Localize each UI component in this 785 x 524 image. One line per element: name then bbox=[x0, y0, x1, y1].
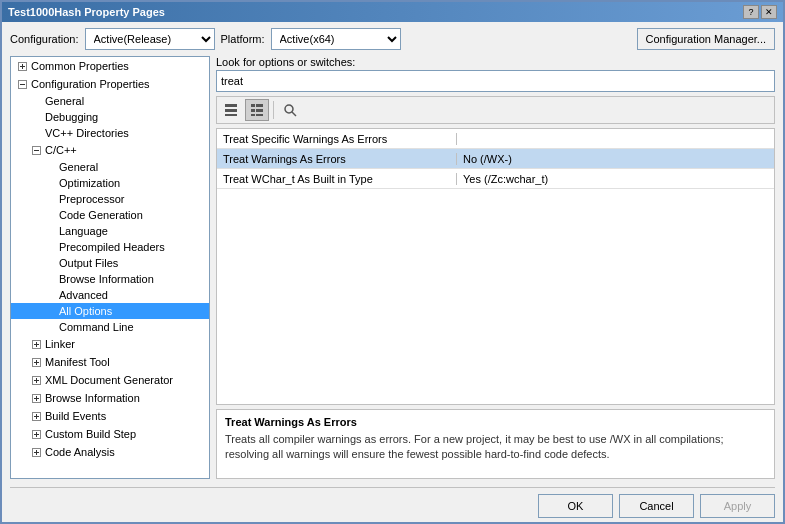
property-row[interactable]: Treat Warnings As ErrorsNo (/WX-) bbox=[217, 149, 774, 169]
property-pages-dialog: Test1000Hash Property Pages ? ✕ Configur… bbox=[0, 0, 785, 524]
tree-label-cpp-general: General bbox=[57, 161, 98, 173]
property-name: Treat Warnings As Errors bbox=[217, 153, 457, 165]
configuration-manager-button[interactable]: Configuration Manager... bbox=[637, 28, 775, 50]
svg-rect-34 bbox=[256, 109, 263, 112]
expand-icon-xml-doc[interactable] bbox=[29, 373, 43, 387]
svg-line-38 bbox=[292, 112, 296, 116]
tree-label-browse-info2: Browse Information bbox=[43, 392, 140, 404]
description-text: Treats all compiler warnings as errors. … bbox=[225, 432, 766, 463]
close-button[interactable]: ✕ bbox=[761, 5, 777, 19]
configuration-select[interactable]: Active(Release) bbox=[85, 28, 215, 50]
tree-item-preprocessor[interactable]: Preprocessor bbox=[11, 191, 209, 207]
tree-label-xml-doc: XML Document Generator bbox=[43, 374, 173, 386]
tree-item-manifest-tool[interactable]: Manifest Tool bbox=[11, 353, 209, 371]
tree-item-linker[interactable]: Linker bbox=[11, 335, 209, 353]
tree-label-output-files: Output Files bbox=[57, 257, 118, 269]
tree-label-precomp: Precompiled Headers bbox=[57, 241, 165, 253]
detail-view-button[interactable] bbox=[245, 99, 269, 121]
expand-icon-common-props[interactable] bbox=[15, 59, 29, 73]
tree-label-manifest-tool: Manifest Tool bbox=[43, 356, 110, 368]
search-icon-button[interactable] bbox=[278, 99, 302, 121]
tree-label-preprocessor: Preprocessor bbox=[57, 193, 124, 205]
tree-label-code-analysis: Code Analysis bbox=[43, 446, 115, 458]
platform-select[interactable]: Active(x64) bbox=[271, 28, 401, 50]
svg-rect-32 bbox=[256, 104, 263, 107]
tree-item-language[interactable]: Language bbox=[11, 223, 209, 239]
tree-label-browse-info: Browse Information bbox=[57, 273, 154, 285]
tree-label-debugging: Debugging bbox=[43, 111, 98, 123]
tree-label-language: Language bbox=[57, 225, 108, 237]
tree-item-general[interactable]: General bbox=[11, 93, 209, 109]
search-input[interactable] bbox=[216, 70, 775, 92]
title-bar: Test1000Hash Property Pages ? ✕ bbox=[2, 2, 783, 22]
tree-label-code-gen: Code Generation bbox=[57, 209, 143, 221]
tree-item-build-events[interactable]: Build Events bbox=[11, 407, 209, 425]
svg-rect-29 bbox=[225, 109, 237, 112]
tree-item-advanced[interactable]: Advanced bbox=[11, 287, 209, 303]
tree-item-config-props[interactable]: Configuration Properties bbox=[11, 75, 209, 93]
tree-label-vcpp-dirs: VC++ Directories bbox=[43, 127, 129, 139]
tree-item-xml-doc[interactable]: XML Document Generator bbox=[11, 371, 209, 389]
property-name: Treat WChar_t As Built in Type bbox=[217, 173, 457, 185]
help-button[interactable]: ? bbox=[743, 5, 759, 19]
title-bar-controls: ? ✕ bbox=[743, 5, 777, 19]
property-row[interactable]: Treat Specific Warnings As Errors bbox=[217, 129, 774, 149]
cancel-button[interactable]: Cancel bbox=[619, 494, 694, 518]
tree-label-advanced: Advanced bbox=[57, 289, 108, 301]
svg-rect-30 bbox=[225, 114, 237, 116]
tree-label-cpp: C/C++ bbox=[43, 144, 77, 156]
properties-toolbar bbox=[216, 96, 775, 124]
tree-item-code-gen[interactable]: Code Generation bbox=[11, 207, 209, 223]
main-content: Common PropertiesConfiguration Propertie… bbox=[2, 56, 783, 487]
expand-icon-cpp[interactable] bbox=[29, 143, 43, 157]
list-view-button[interactable] bbox=[219, 99, 243, 121]
expand-icon-config-props[interactable] bbox=[15, 77, 29, 91]
tree-item-custom-build[interactable]: Custom Build Step bbox=[11, 425, 209, 443]
tree-label-custom-build: Custom Build Step bbox=[43, 428, 136, 440]
tree-item-common-props[interactable]: Common Properties bbox=[11, 57, 209, 75]
tree-item-debugging[interactable]: Debugging bbox=[11, 109, 209, 125]
properties-table: Treat Specific Warnings As ErrorsTreat W… bbox=[216, 128, 775, 405]
search-section: Look for options or switches: bbox=[216, 56, 775, 92]
expand-icon-browse-info2[interactable] bbox=[29, 391, 43, 405]
tree-item-browse-info2[interactable]: Browse Information bbox=[11, 389, 209, 407]
tree-label-general: General bbox=[43, 95, 84, 107]
expand-icon-manifest-tool[interactable] bbox=[29, 355, 43, 369]
button-row: OK Cancel Apply bbox=[2, 488, 783, 522]
expand-icon-build-events[interactable] bbox=[29, 409, 43, 423]
right-panel: Look for options or switches: bbox=[216, 56, 775, 479]
tree-label-optimization: Optimization bbox=[57, 177, 120, 189]
tree-item-all-options[interactable]: All Options bbox=[11, 303, 209, 319]
svg-rect-33 bbox=[251, 109, 255, 112]
tree-item-browse-info[interactable]: Browse Information bbox=[11, 271, 209, 287]
expand-icon-linker[interactable] bbox=[29, 337, 43, 351]
tree-item-precomp[interactable]: Precompiled Headers bbox=[11, 239, 209, 255]
tree-label-common-props: Common Properties bbox=[29, 60, 129, 72]
search-label: Look for options or switches: bbox=[216, 56, 775, 68]
description-panel: Treat Warnings As Errors Treats all comp… bbox=[216, 409, 775, 479]
tree-panel: Common PropertiesConfiguration Propertie… bbox=[10, 56, 210, 479]
property-value: No (/WX-) bbox=[457, 153, 774, 165]
svg-rect-31 bbox=[251, 104, 255, 107]
apply-button[interactable]: Apply bbox=[700, 494, 775, 518]
tree-label-config-props: Configuration Properties bbox=[29, 78, 150, 90]
tree-item-command-line[interactable]: Command Line bbox=[11, 319, 209, 335]
tree-item-output-files[interactable]: Output Files bbox=[11, 255, 209, 271]
description-title: Treat Warnings As Errors bbox=[225, 416, 766, 428]
tree-item-cpp-general[interactable]: General bbox=[11, 159, 209, 175]
ok-button[interactable]: OK bbox=[538, 494, 613, 518]
platform-label: Platform: bbox=[221, 33, 265, 45]
tree-item-vcpp-dirs[interactable]: VC++ Directories bbox=[11, 125, 209, 141]
svg-point-37 bbox=[285, 105, 293, 113]
configuration-label: Configuration: bbox=[10, 33, 79, 45]
svg-rect-28 bbox=[225, 104, 237, 107]
tree-item-code-analysis[interactable]: Code Analysis bbox=[11, 443, 209, 461]
tree-label-all-options: All Options bbox=[57, 305, 112, 317]
property-row[interactable]: Treat WChar_t As Built in TypeYes (/Zc:w… bbox=[217, 169, 774, 189]
tree-item-cpp[interactable]: C/C++ bbox=[11, 141, 209, 159]
expand-icon-custom-build[interactable] bbox=[29, 427, 43, 441]
expand-icon-code-analysis[interactable] bbox=[29, 445, 43, 459]
svg-rect-36 bbox=[256, 114, 263, 116]
svg-rect-35 bbox=[251, 114, 255, 116]
tree-item-optimization[interactable]: Optimization bbox=[11, 175, 209, 191]
